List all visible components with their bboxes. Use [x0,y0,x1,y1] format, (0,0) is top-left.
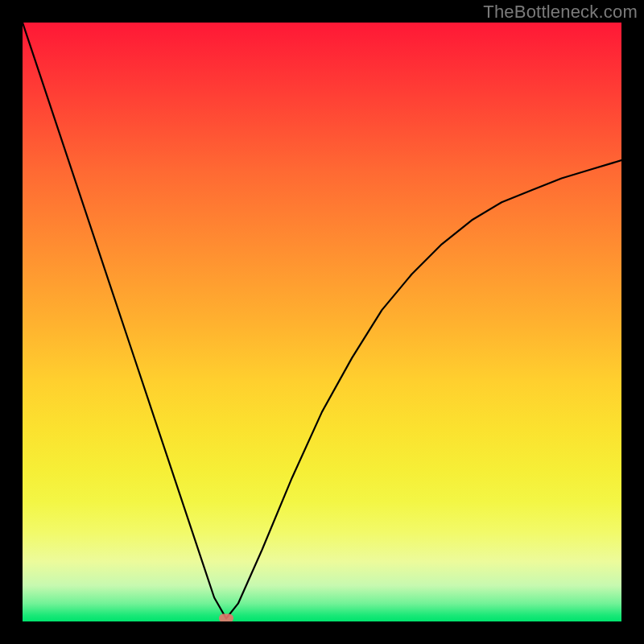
watermark-text: TheBottleneck.com [483,2,638,23]
chart-frame: TheBottleneck.com [0,0,644,644]
bottleneck-curve [23,23,621,621]
plot-area [23,23,621,621]
vertex-marker [219,614,233,621]
